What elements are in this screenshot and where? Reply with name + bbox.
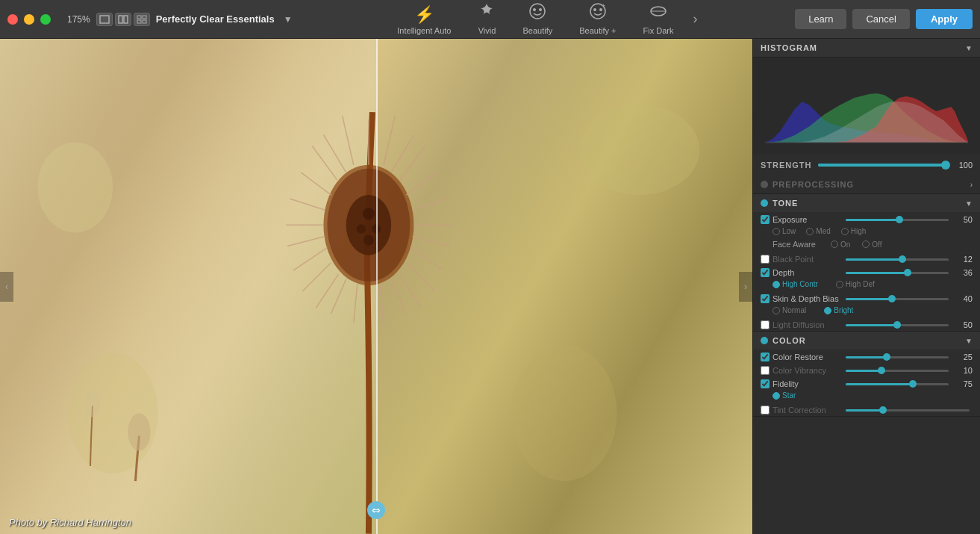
light-diffusion-thumb [893,321,901,329]
exposure-low-label: Low [782,227,796,235]
black-point-slider[interactable] [846,258,949,261]
preprocessing-header[interactable]: PREPROCESSING › [753,176,980,194]
fidelity-star-radio[interactable] [773,392,780,400]
view-split[interactable] [115,13,131,26]
apply-button[interactable]: Apply [916,9,973,29]
face-aware-on-option[interactable]: On [831,240,850,249]
preset-dropdown-arrow[interactable]: ▼ [284,14,293,25]
color-restore-checkbox[interactable] [761,353,770,361]
fidelity-star-option[interactable]: Star [773,391,796,400]
preset-more-button[interactable]: › [687,8,703,30]
preset-label-beautify: Beautify [522,26,552,35]
photo-credit: Photo by Richard Harrington [9,517,131,528]
color-restore-row: Color Restore 25 [753,350,980,363]
tone-header[interactable]: TONE ▼ [753,194,980,212]
tint-correction-slider[interactable] [846,409,970,412]
tint-correction-thumb [879,406,887,414]
preset-fix-dark[interactable]: Fix Dark [629,0,687,40]
face-aware-off-option[interactable]: Off [862,240,881,249]
skin-depth-bias-checkbox[interactable] [761,294,770,303]
bias-bright-option[interactable]: Bright [824,306,853,314]
color-restore-value: 25 [955,353,973,361]
canvas-area[interactable]: ⇔ ‹ › Photo by Richard Harrington [0,39,752,534]
black-point-value: 12 [955,255,973,264]
face-aware-off-label: Off [872,240,881,249]
depth-high-contr-radio[interactable] [773,281,780,288]
learn-button[interactable]: Learn [795,9,846,29]
color-restore-slider[interactable] [846,356,949,358]
svg-point-9 [539,8,542,11]
svg-point-19 [37,142,113,232]
histogram-header[interactable]: HISTOGRAM ▼ [753,39,980,58]
exposure-label: Exposure [773,215,840,224]
cancel-button[interactable]: Cancel [852,9,909,29]
svg-rect-6 [143,20,146,23]
split-handle[interactable]: ⇔ [367,501,385,519]
depth-high-contr-option[interactable]: High Contr [773,280,818,288]
color-header[interactable]: COLOR ▼ [753,332,980,350]
exposure-row: Exposure 50 [753,212,980,226]
preset-vivid[interactable]: Vivid [464,0,509,40]
view-single[interactable] [96,13,113,26]
depth-thumb [904,269,911,276]
light-diffusion-checkbox[interactable] [761,320,770,329]
depth-high-def-option[interactable]: High Def [836,280,875,288]
exposure-med-radio[interactable] [806,228,814,235]
histogram-collapse-arrow[interactable]: ▼ [965,44,973,52]
light-diffusion-slider[interactable] [846,324,949,326]
preprocessing-collapse-arrow[interactable]: › [970,181,973,189]
exposure-low-option[interactable]: Low [773,227,796,235]
depth-high-def-radio[interactable] [836,281,843,288]
depth-value: 36 [955,268,973,277]
color-collapse-arrow[interactable]: ▼ [965,337,973,345]
close-button[interactable] [7,14,18,25]
exposure-high-option[interactable]: High [841,227,867,235]
view-quad[interactable] [134,13,150,26]
svg-point-8 [533,8,536,11]
depth-slider[interactable] [846,272,949,274]
svg-point-18 [511,346,617,481]
color-vibrancy-checkbox[interactable] [761,366,770,375]
svg-line-33 [380,284,384,323]
exposure-med-option[interactable]: Med [806,227,830,235]
face-aware-on-radio[interactable] [831,240,838,248]
depth-checkbox[interactable] [761,268,770,277]
exposure-checkbox[interactable] [761,215,770,224]
color-vibrancy-value: 10 [955,366,973,375]
svg-rect-2 [124,16,128,23]
bias-normal-option[interactable]: Normal [773,306,806,314]
skin-depth-bias-slider[interactable] [846,298,949,300]
bias-normal-label: Normal [782,306,806,314]
maximize-button[interactable] [40,14,51,25]
fidelity-slider[interactable] [846,383,949,385]
color-restore-thumb [883,353,890,361]
strength-slider[interactable] [818,164,946,167]
tint-correction-checkbox[interactable] [761,406,770,415]
svg-rect-4 [143,16,146,19]
exposure-slider[interactable] [846,219,949,221]
exposure-low-radio[interactable] [773,228,780,235]
svg-line-41 [412,236,449,246]
face-aware-off-radio[interactable] [862,240,870,248]
tone-collapse-arrow[interactable]: ▼ [965,199,973,208]
zoom-level: 175% [67,14,90,25]
black-point-checkbox[interactable] [761,255,770,264]
exposure-high-radio[interactable] [841,228,849,235]
nav-arrow-left[interactable]: ‹ [0,272,13,302]
color-indicator [761,337,768,344]
light-diffusion-fill [846,324,897,326]
bias-bright-radio[interactable] [824,307,831,314]
minimize-button[interactable] [24,14,34,25]
preset-beautify-plus[interactable]: + Beautify + [566,0,629,40]
preset-intelligent-auto[interactable]: ⚡ Intelligent Auto [384,2,464,40]
strength-value: 100 [952,161,973,170]
light-diffusion-label: Light Diffusion [773,320,840,329]
nav-arrow-right[interactable]: › [739,272,752,302]
tone-indicator [761,199,768,207]
svg-line-39 [412,199,447,210]
fidelity-checkbox[interactable] [761,379,770,388]
preset-beautify[interactable]: Beautify [509,0,566,40]
svg-line-44 [302,263,331,291]
color-vibrancy-slider[interactable] [846,370,949,372]
bias-normal-radio[interactable] [773,307,780,314]
